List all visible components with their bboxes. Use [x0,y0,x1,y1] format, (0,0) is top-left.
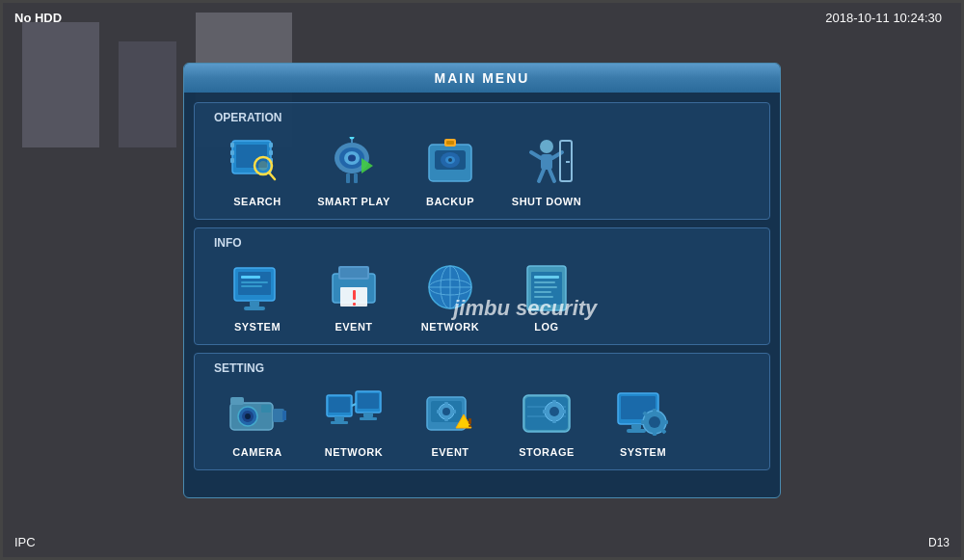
log-button[interactable]: LOG [503,259,590,333]
svg-rect-81 [534,291,551,293]
svg-rect-70 [353,303,356,306]
backup-button[interactable]: BACKUP [407,134,494,207]
svg-rect-92 [329,397,350,413]
shut-down-label: SHUT DOWN [512,196,581,207]
event-setting-label: EVENT [431,446,469,458]
log-label: LOG [534,321,558,333]
svg-rect-96 [358,393,379,409]
svg-point-32 [258,161,268,171]
svg-rect-64 [244,307,265,310]
storage-label: STORAGE [519,446,575,458]
svg-rect-93 [335,416,344,421]
svg-rect-27 [269,143,273,147]
info-label: INFO [214,236,750,250]
svg-rect-94 [331,421,348,424]
svg-rect-128 [653,431,656,436]
svg-rect-51 [541,154,552,170]
svg-rect-41 [354,173,358,183]
svg-point-47 [448,158,452,162]
svg-rect-24 [230,143,234,147]
svg-rect-79 [534,281,555,283]
operation-label: OPERATION [214,111,750,124]
svg-rect-26 [230,158,234,163]
svg-rect-60 [241,276,260,279]
svg-line-55 [549,170,554,181]
info-section: INFO [194,227,770,345]
svg-rect-127 [653,409,656,413]
event-info-label: EVENT [335,321,372,333]
setting-section: SETTING [194,353,770,470]
svg-rect-104 [444,402,448,406]
svg-rect-123 [631,424,641,429]
smart-play-button[interactable]: SMART PLAY [310,134,397,207]
svg-point-50 [540,140,553,153]
svg-rect-107 [452,410,456,413]
camera-button[interactable]: CAMERA [214,385,301,458]
svg-rect-80 [534,286,557,288]
setting-icons: CAMERA [214,385,750,458]
backup-label: BACKUP [426,196,474,207]
ipc-label: IPC [14,535,36,549]
svg-rect-105 [444,417,448,421]
info-icons: SYSTEM [214,259,750,333]
svg-rect-90 [282,411,286,420]
svg-rect-19 [22,22,99,147]
svg-rect-117 [552,400,556,404]
svg-line-31 [269,173,275,179]
no-hdd-label: No HDD [14,11,62,25]
svg-line-54 [539,170,544,181]
search-label: SEARCH [233,196,281,207]
svg-rect-49 [446,141,454,145]
svg-rect-106 [437,410,441,413]
svg-rect-124 [627,429,646,433]
svg-rect-120 [562,410,566,413]
svg-rect-28 [269,150,273,155]
system-info-button[interactable]: SYSTEM [214,259,301,333]
svg-rect-97 [363,413,373,417]
menu-title-bar: MAIN MENU [184,64,780,93]
svg-rect-88 [230,397,244,405]
d13-label: D13 [928,536,950,549]
event-setting-button[interactable]: EVENT [407,385,494,458]
network-info-button[interactable]: NETWORK [407,259,494,333]
event-info-button[interactable]: EVENT [310,259,397,333]
svg-rect-69 [353,290,356,300]
svg-rect-82 [534,296,553,298]
svg-point-36 [348,154,356,161]
menu-title: MAIN MENU [435,70,530,86]
svg-rect-40 [346,173,350,183]
svg-rect-61 [241,281,268,283]
svg-rect-98 [360,417,377,420]
svg-rect-130 [663,420,668,424]
smart-play-label: SMART PLAY [317,196,390,207]
svg-line-52 [531,152,541,158]
screen: No HDD 2018-10-11 10:24:30 IPC D13 MAIN … [0,0,964,560]
svg-rect-87 [261,405,271,413]
svg-rect-110 [469,425,471,427]
svg-point-86 [245,413,251,419]
main-menu: MAIN MENU OPERATION [183,63,781,498]
svg-rect-109 [469,418,471,424]
system-setting-label: SYSTEM [620,446,666,458]
search-button[interactable]: SEARCH [214,134,301,207]
system-info-label: SYSTEM [234,321,281,333]
setting-label: SETTING [214,361,750,375]
svg-rect-62 [241,285,262,287]
operation-section: OPERATION [194,102,770,220]
shut-down-button[interactable]: SHUT DOWN [503,134,590,207]
network-info-label: NETWORK [421,321,479,333]
storage-button[interactable]: STORAGE [503,385,590,458]
svg-rect-119 [543,410,547,413]
svg-point-116 [549,407,559,416]
svg-rect-25 [230,150,234,155]
system-setting-button[interactable]: SYSTEM [600,385,686,458]
svg-rect-78 [534,276,559,279]
network-setting-button[interactable]: NETWORK [310,385,397,458]
svg-rect-118 [552,419,556,423]
network-setting-label: NETWORK [325,446,383,458]
svg-point-103 [442,408,450,415]
svg-rect-20 [119,41,176,147]
svg-point-126 [649,416,660,428]
svg-rect-63 [250,301,259,307]
camera-label: CAMERA [232,446,281,458]
